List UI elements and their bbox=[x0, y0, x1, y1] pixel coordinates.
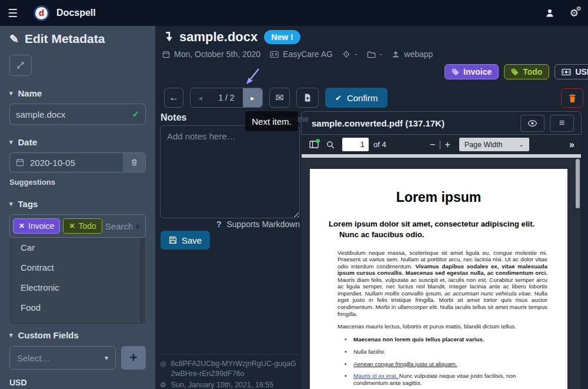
zoom-out-button[interactable]: − bbox=[426, 139, 439, 150]
pencil-icon: ✎ bbox=[9, 32, 19, 46]
custom-field-select[interactable]: Select… ▾ bbox=[9, 346, 116, 370]
section-header-date[interactable]: ▾ Date bbox=[9, 137, 146, 147]
menu-icon[interactable]: ☰ bbox=[8, 6, 18, 20]
notification-dot bbox=[316, 139, 320, 143]
date-input[interactable] bbox=[24, 153, 123, 172]
bullet-item: •Maecenas non lorem quis tellus placerat… bbox=[338, 336, 549, 343]
add-custom-field-button[interactable]: + bbox=[121, 346, 146, 370]
close-icon[interactable]: ✕ bbox=[19, 222, 25, 230]
tag-option[interactable]: Important bbox=[11, 318, 144, 324]
clear-date-button[interactable] bbox=[123, 153, 145, 172]
confirm-button[interactable]: ✔ Confirm bbox=[325, 88, 387, 108]
header-tags-row: Invoice Todo USD 14.99 bbox=[445, 64, 588, 79]
address-card-icon bbox=[270, 51, 279, 58]
send-mail-button[interactable]: ✉ bbox=[269, 88, 290, 108]
next-item-tooltip: Next item. bbox=[245, 111, 298, 131]
name-input[interactable] bbox=[10, 104, 132, 124]
item-meta-row: Mon, October 5th, 2020 EasyCare AG - - w… bbox=[162, 49, 442, 59]
tag-icon bbox=[511, 68, 519, 76]
item-nav-group: ◂ 1 / 2 ▸ bbox=[190, 88, 263, 108]
name-field: ✓ bbox=[9, 104, 146, 125]
toolbar-more-button[interactable]: » bbox=[569, 139, 574, 150]
pdf-page-total: of 4 bbox=[373, 140, 386, 149]
tag-badge-todo[interactable]: Todo bbox=[504, 64, 549, 79]
item-down-arrow-icon bbox=[164, 31, 173, 44]
amount-badge[interactable]: USD 14.99 bbox=[554, 64, 588, 79]
check-icon: ✔ bbox=[335, 94, 342, 102]
user-icon[interactable] bbox=[545, 8, 554, 18]
caret-down-icon: ▾ bbox=[9, 138, 13, 146]
back-button[interactable]: ← bbox=[164, 88, 183, 108]
pdf-doc-link[interactable]: Mauris id ex erat. bbox=[353, 373, 399, 379]
zoom-in-button[interactable]: + bbox=[441, 139, 453, 150]
tag-chip-todo[interactable]: ✕ Todo bbox=[63, 218, 102, 234]
attachment-menu-button[interactable]: ≡ bbox=[550, 115, 574, 132]
notes-textarea[interactable] bbox=[160, 125, 300, 218]
source-value: webapp bbox=[404, 49, 433, 59]
tags-multiselect[interactable]: ✕ Invoice ✕ Todo ▾ bbox=[9, 214, 146, 238]
pdf-search-icon[interactable] bbox=[326, 141, 335, 149]
pdf-sidebar-toggle[interactable] bbox=[309, 141, 319, 148]
pdf-doc-intro: Lorem ipsum dolor sit amet, consectetur … bbox=[329, 219, 549, 240]
pdf-doc-paragraph: Vestibulum neque massa, scelerisque sit … bbox=[329, 250, 549, 317]
section-header-name[interactable]: ▾ Name bbox=[9, 88, 146, 98]
tag-search-input[interactable] bbox=[105, 221, 133, 231]
date-field bbox=[9, 152, 146, 172]
zoom-select[interactable]: Page Width ⌄ bbox=[459, 138, 529, 151]
trash-icon bbox=[568, 94, 577, 103]
tag-badge-invoice[interactable]: Invoice bbox=[445, 64, 499, 79]
new-badge[interactable]: New ! bbox=[264, 30, 300, 44]
usd-field-label: USD bbox=[9, 378, 146, 387]
calendar-icon bbox=[162, 51, 170, 58]
tag-options-dropdown: Car Contract Electronic Food Important bbox=[11, 238, 145, 324]
pdf-page: Lorem ipsum Lorem ipsum dolor sit amet, … bbox=[310, 169, 567, 389]
settings-gears-icon[interactable]: ⚙ ⚙ bbox=[570, 8, 579, 18]
delete-item-button[interactable] bbox=[561, 88, 583, 108]
next-item-button[interactable]: ▸ bbox=[243, 88, 262, 107]
pdf-filename: sample.converted.pdf (137.17K) bbox=[312, 118, 445, 128]
pdf-doc-title: Lorem ipsum bbox=[329, 189, 549, 205]
dropdown-scrollbar[interactable] bbox=[140, 238, 143, 322]
pdf-doc-paragraph2: Maecenas mauris lectus, lobortis et puru… bbox=[329, 323, 549, 330]
chevron-down-icon: ▾ bbox=[105, 354, 108, 362]
pdf-page-input[interactable] bbox=[342, 138, 369, 151]
correspondent: EasyCare AG bbox=[283, 49, 333, 59]
floppy-disk-icon bbox=[169, 236, 177, 244]
item-id: 8c8PFA2UCbg-MYrWzjnRgUC-guqaG2wBHre-rEnZ… bbox=[171, 359, 300, 378]
created-date: Sun, January 10th, 2021, 16:55 bbox=[171, 380, 273, 389]
add-file-button[interactable] bbox=[296, 88, 319, 108]
prev-item-button[interactable]: ◂ bbox=[191, 88, 210, 107]
pdf-loading-bar bbox=[302, 154, 581, 158]
tag-option[interactable]: Car bbox=[11, 238, 144, 258]
section-header-custom-fields[interactable]: ▾ Custom Fields bbox=[9, 330, 146, 340]
calendar-icon bbox=[16, 158, 24, 167]
caret-down-icon: ▾ bbox=[9, 89, 13, 97]
tag-chip-invoice[interactable]: ✕ Invoice bbox=[13, 218, 60, 234]
caret-down-icon: ▾ bbox=[135, 222, 139, 231]
chevron-down-icon: ⌄ bbox=[519, 141, 523, 148]
item-position-indicator: 1 / 2 bbox=[210, 88, 243, 107]
app-title: Docspell bbox=[56, 8, 96, 18]
section-header-tags[interactable]: ▾ Tags bbox=[9, 199, 146, 209]
bullet-item: •Nulla facilisi. bbox=[338, 348, 549, 355]
markdown-hint: ? Supports Markdown bbox=[160, 220, 300, 229]
save-notes-button[interactable]: Save bbox=[161, 231, 210, 250]
pdf-scrollbar-thumb[interactable] bbox=[576, 159, 580, 208]
pdf-attachment-header: sample.converted.pdf (137.17K) ≡ bbox=[301, 111, 582, 135]
money-icon bbox=[562, 68, 571, 76]
tag-option[interactable]: Food bbox=[11, 298, 144, 318]
docspell-logo: d bbox=[34, 5, 49, 21]
expand-sidebar-button[interactable] bbox=[9, 55, 32, 76]
expand-arrows-icon bbox=[16, 61, 25, 69]
edit-metadata-sidebar: ✎ Edit Metadata ▾ Name ✓ ▾ Date Sugge bbox=[0, 26, 155, 389]
upload-icon bbox=[392, 50, 400, 58]
close-icon[interactable]: ✕ bbox=[69, 222, 75, 230]
pdf-viewer: Lorem ipsum Lorem ipsum dolor sit amet, … bbox=[302, 154, 581, 389]
file-plus-icon bbox=[303, 93, 312, 102]
folder-value: - bbox=[380, 49, 383, 59]
tag-option[interactable]: Contract bbox=[11, 258, 144, 278]
notes-heading: Notes bbox=[161, 112, 186, 123]
preview-eye-button[interactable] bbox=[520, 115, 544, 132]
caret-down-icon: ▾ bbox=[9, 200, 13, 208]
tag-option[interactable]: Electronic bbox=[11, 278, 144, 298]
